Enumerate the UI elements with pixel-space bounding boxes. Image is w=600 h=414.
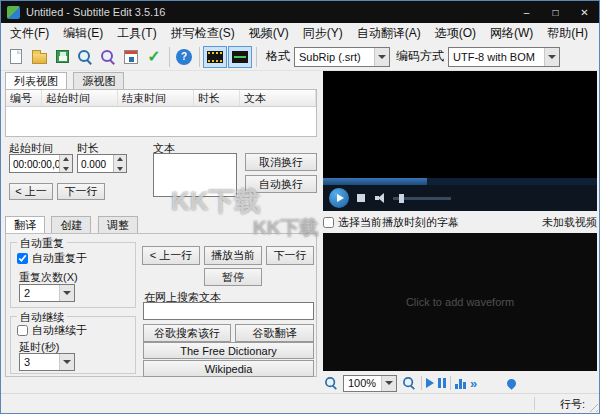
video-options-row: 选择当前播放时刻的字幕 未加载视频 (323, 213, 597, 231)
toggle-video-button[interactable] (203, 46, 227, 68)
play-icon[interactable] (329, 188, 349, 208)
autobreak-button[interactable]: 自动换行 (245, 175, 317, 193)
column-header-start[interactable]: 起始时间 (42, 90, 118, 106)
wikipedia-button[interactable]: Wikipedia (143, 360, 314, 377)
video-progress-bar[interactable] (323, 178, 597, 185)
fast-forward-icon[interactable] (470, 374, 477, 392)
menu-options[interactable]: 选项(O) (428, 23, 483, 44)
replace-button[interactable] (97, 46, 119, 68)
encoding-combobox[interactable]: UTF-8 with BOM (448, 47, 560, 67)
menu-help[interactable]: 帮助(H) (540, 23, 595, 44)
subtitle-text-input[interactable] (153, 153, 237, 197)
spellcheck-button[interactable] (143, 46, 165, 68)
status-bar: 行号: (1, 393, 599, 413)
menu-video[interactable]: 视频(V) (242, 23, 296, 44)
maximize-button[interactable]: □ (541, 1, 570, 23)
previous-line-button[interactable]: < 上一行 (142, 246, 200, 265)
minimize-button[interactable]: – (512, 1, 541, 23)
new-file-icon (10, 49, 22, 64)
mode-tabs: 翻译 创建 调整 (5, 215, 140, 234)
previous-subtitle-button[interactable]: < 上一 (9, 183, 53, 200)
tab-list-view[interactable]: 列表视图 (5, 72, 67, 90)
column-header-end[interactable]: 结束时间 (118, 90, 194, 106)
column-header-number[interactable]: 编号 (6, 90, 42, 106)
video-icon (207, 51, 223, 63)
pause-button[interactable]: 暂停 (204, 268, 262, 286)
waveform-play-icon[interactable] (426, 378, 434, 388)
app-icon (7, 6, 20, 19)
tab-adjust[interactable]: 调整 (98, 216, 138, 234)
tab-create[interactable]: 创建 (51, 216, 91, 234)
save-button[interactable] (51, 46, 73, 68)
google-translate-button[interactable]: 谷歌翻译 (235, 324, 314, 342)
open-file-button[interactable] (28, 46, 50, 68)
repeat-count-combobox[interactable]: 2 (19, 284, 75, 302)
resize-grip[interactable] (586, 400, 598, 412)
chevron-down-icon[interactable] (59, 285, 74, 301)
auto-repeat-checkbox[interactable] (17, 253, 28, 264)
spellcheck-icon (147, 47, 160, 66)
unbreak-button[interactable]: 取消换行 (245, 153, 317, 171)
volume-slider-thumb[interactable] (399, 194, 404, 203)
menu-spellcheck[interactable]: 拼写检查(S) (164, 23, 242, 44)
subtitle-list[interactable]: 编号 起始时间 结束时间 时长 文本 (5, 89, 317, 137)
close-button[interactable]: ✕ (570, 1, 599, 23)
toolbar-separator (169, 47, 170, 67)
duration-stepper[interactable] (113, 155, 126, 172)
start-time-stepper[interactable] (59, 155, 72, 172)
menu-sync[interactable]: 同步(Y) (296, 23, 350, 44)
new-file-button[interactable] (5, 46, 27, 68)
menu-edit[interactable]: 编辑(E) (56, 23, 110, 44)
zoom-out-icon[interactable] (324, 376, 338, 390)
delay-value: 3 (24, 356, 30, 368)
open-folder-icon (32, 53, 47, 64)
video-player[interactable] (323, 71, 597, 211)
volume-slider[interactable] (393, 197, 451, 200)
select-current-subtitle-label: 选择当前播放时刻的字幕 (338, 215, 459, 230)
chevron-down-icon[interactable] (59, 354, 74, 370)
line-number-label: 行号: (560, 397, 585, 412)
column-header-duration[interactable]: 时长 (194, 90, 240, 106)
web-search-input[interactable] (143, 302, 314, 320)
free-dictionary-button[interactable]: The Free Dictionary (143, 342, 314, 359)
format-label: 格式 (266, 48, 290, 65)
waveform-icon (232, 51, 248, 63)
stop-icon[interactable] (357, 194, 365, 202)
tab-source-view[interactable]: 源视图 (73, 72, 124, 90)
chevron-down-icon[interactable] (381, 376, 396, 391)
waveform-area[interactable]: Click to add waveform (323, 233, 597, 371)
chevron-down-icon[interactable] (374, 48, 389, 66)
toggle-waveform-button[interactable] (228, 46, 252, 68)
menu-file[interactable]: 文件(F) (3, 23, 56, 44)
duration-input[interactable]: 0.000 (77, 154, 127, 173)
auto-continue-group: 自动继续 自动继续于 延时(秒) 3 (10, 316, 136, 374)
waveform-pause-icon[interactable] (438, 378, 446, 388)
format-combobox[interactable]: SubRip (.srt) (294, 47, 390, 67)
auto-repeat-checkbox-row: 自动重复于 (17, 251, 87, 266)
waveform-zoom-combobox[interactable]: 100% (343, 375, 397, 392)
auto-continue-checkbox[interactable] (17, 325, 28, 336)
tab-translate[interactable]: 翻译 (5, 216, 45, 234)
column-header-text[interactable]: 文本 (240, 90, 316, 106)
menu-tools[interactable]: 工具(T) (110, 23, 163, 44)
find-button[interactable] (74, 46, 96, 68)
play-current-button[interactable]: 播放当前 (204, 246, 262, 265)
delay-combobox[interactable]: 3 (19, 353, 75, 371)
status-separator (534, 397, 535, 410)
menu-network[interactable]: 网络(W) (483, 23, 540, 44)
toolbar: 格式 SubRip (.srt) 编码方式 UTF-8 with BOM (1, 43, 599, 71)
position-marker-icon[interactable] (505, 377, 518, 390)
volume-icon[interactable] (375, 193, 387, 203)
zoom-in-icon[interactable] (402, 376, 416, 390)
spectrogram-icon[interactable] (455, 378, 466, 389)
next-subtitle-button[interactable]: 下一行 (57, 183, 105, 200)
next-line-button[interactable]: 下一行 (266, 246, 314, 265)
help-button[interactable] (173, 46, 195, 68)
google-search-button[interactable]: 谷歌搜索该行 (143, 324, 231, 342)
start-time-input[interactable]: 00:00:00,000 (9, 154, 73, 173)
chevron-down-icon[interactable] (544, 48, 559, 66)
menu-autotranslate[interactable]: 自动翻译(A) (350, 23, 428, 44)
visual-sync-button[interactable] (120, 46, 142, 68)
translate-panel: 自动重复 自动重复于 重复次数(X) 2 自动继续 自动继续于 延时(秒) 3 (5, 233, 317, 377)
select-current-subtitle-checkbox[interactable] (323, 217, 334, 228)
